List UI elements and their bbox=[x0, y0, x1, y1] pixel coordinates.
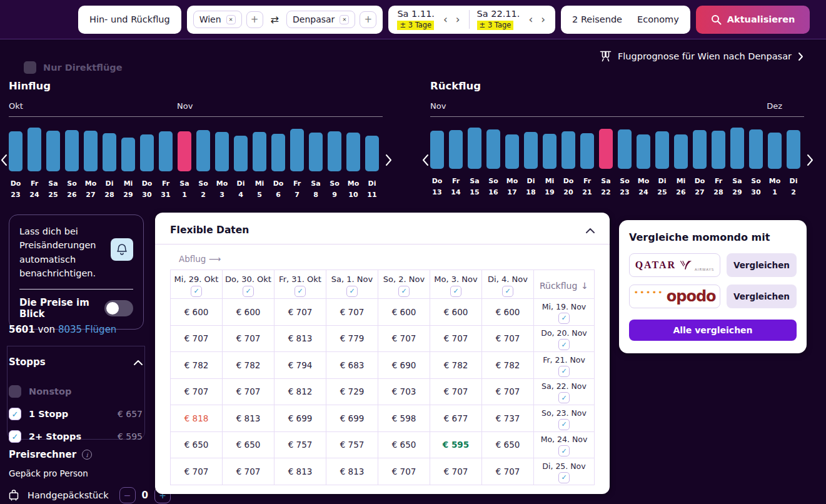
checkbox[interactable]: ✓ bbox=[346, 286, 358, 297]
checkbox[interactable]: ✓ bbox=[558, 313, 570, 324]
price-bar[interactable] bbox=[159, 131, 173, 171]
price-cell[interactable]: € 782 bbox=[170, 351, 222, 378]
bar-column-Mi-19[interactable]: Mi19 bbox=[543, 134, 557, 196]
checkbox[interactable]: ✓ bbox=[502, 286, 513, 297]
return-date-cell[interactable]: Mi, 19. Nov✓ bbox=[533, 298, 594, 325]
bar-column-Di-4[interactable]: Di4 bbox=[234, 136, 248, 199]
bar-column-Di-2[interactable]: Di2 bbox=[787, 130, 800, 196]
checkbox[interactable] bbox=[24, 61, 36, 74]
checkbox[interactable]: ✓ bbox=[191, 286, 202, 297]
price-cell[interactable]: € 600 bbox=[222, 298, 274, 325]
bar-column-Mi-26[interactable]: Mi26 bbox=[674, 134, 688, 196]
add-origin-button[interactable]: + bbox=[246, 11, 263, 28]
bar-column-Do-27[interactable]: Do27 bbox=[693, 130, 707, 196]
price-cell[interactable]: € 707 bbox=[430, 325, 481, 352]
price-bar[interactable] bbox=[486, 129, 500, 169]
return-prev-day-button[interactable]: ‹ bbox=[528, 13, 533, 26]
price-cell[interactable]: € 757 bbox=[326, 431, 378, 458]
price-bar[interactable] bbox=[103, 133, 116, 171]
price-bar[interactable] bbox=[730, 128, 744, 169]
price-bar[interactable] bbox=[234, 136, 248, 171]
bar-column-So-9[interactable]: So9 bbox=[328, 131, 341, 199]
price-cell[interactable]: € 707 bbox=[222, 378, 274, 405]
checkbox[interactable]: ✓ bbox=[9, 408, 21, 420]
direct-only-filter[interactable]: Nur Direktflüge bbox=[24, 61, 123, 74]
price-bar[interactable] bbox=[674, 134, 688, 169]
depart-date-block[interactable]: Sa 1.11. ± 3 Tage bbox=[397, 9, 435, 30]
price-cell[interactable]: € 707 bbox=[222, 325, 274, 352]
price-cell[interactable]: € 707 bbox=[378, 325, 430, 352]
bar-column-Do-20[interactable]: Do20 bbox=[562, 131, 575, 196]
price-watch-toggle[interactable] bbox=[104, 300, 133, 316]
price-bar[interactable] bbox=[196, 130, 210, 171]
price-bar[interactable] bbox=[637, 134, 650, 169]
price-bar[interactable] bbox=[468, 128, 481, 169]
bar-column-Mo-24[interactable]: Mo24 bbox=[637, 134, 650, 196]
return-date-cell[interactable]: Mo, 24. Nov✓ bbox=[533, 431, 594, 458]
price-cell[interactable]: € 707 bbox=[222, 458, 274, 485]
checkbox[interactable]: ✓ bbox=[450, 286, 461, 297]
price-bar[interactable] bbox=[46, 131, 60, 171]
return-date-cell[interactable]: Fr, 21. Nov✓ bbox=[533, 351, 594, 378]
price-cell[interactable]: € 812 bbox=[274, 378, 326, 405]
return-date-cell[interactable]: Do, 20. Nov✓ bbox=[533, 325, 594, 352]
price-cell[interactable]: € 813 bbox=[222, 405, 274, 431]
price-cell[interactable]: € 600 bbox=[378, 298, 430, 325]
price-cell[interactable]: € 813 bbox=[326, 458, 378, 485]
close-icon[interactable]: ✕ bbox=[226, 15, 236, 24]
stops-option-1-stopp[interactable]: ✓1 Stopp€ 657 bbox=[9, 405, 143, 423]
return-axis-header[interactable]: Rückflug↓ bbox=[533, 270, 594, 298]
price-bar[interactable] bbox=[430, 131, 444, 169]
price-cell[interactable]: € 707 bbox=[326, 298, 378, 325]
checkbox[interactable]: ✓ bbox=[558, 445, 570, 456]
bar-column-Sa-29[interactable]: Sa29 bbox=[730, 128, 744, 196]
price-bar[interactable] bbox=[365, 136, 379, 171]
return-next-day-button[interactable]: › bbox=[541, 13, 545, 26]
price-cell[interactable]: € 650 bbox=[170, 431, 222, 458]
checkbox[interactable]: ✓ bbox=[295, 286, 306, 297]
compare-all-button[interactable]: Alle vergleichen bbox=[629, 320, 797, 341]
checkbox[interactable] bbox=[9, 385, 21, 398]
price-cell[interactable]: € 707 bbox=[481, 325, 533, 352]
price-cell[interactable]: € 683 bbox=[326, 351, 378, 378]
price-cell[interactable]: € 699 bbox=[326, 405, 378, 431]
bar-column-Do-13[interactable]: Do13 bbox=[430, 131, 444, 196]
checkbox[interactable]: ✓ bbox=[558, 339, 570, 350]
price-bar[interactable] bbox=[290, 129, 304, 171]
opodo-logo[interactable]: ••••• opodo bbox=[629, 285, 720, 308]
price-bar[interactable] bbox=[9, 131, 23, 171]
checkbox[interactable]: ✓ bbox=[558, 392, 570, 403]
price-cell[interactable]: € 707 bbox=[170, 325, 222, 352]
price-cell[interactable]: € 677 bbox=[430, 405, 481, 431]
price-cell[interactable]: € 707 bbox=[430, 378, 481, 405]
checkbox[interactable]: ✓ bbox=[558, 419, 570, 430]
destination-chip[interactable]: Denpasar ✕ bbox=[286, 11, 355, 28]
compare-qatar-button[interactable]: Vergleichen bbox=[727, 253, 797, 277]
price-bar[interactable] bbox=[599, 129, 613, 169]
bar-column-Fr-21[interactable]: Fr21 bbox=[580, 133, 594, 196]
stops-option-2-stopps[interactable]: ✓2+ Stopps€ 595 bbox=[9, 428, 143, 445]
price-bar[interactable] bbox=[215, 132, 229, 171]
bar-column-Mi-5[interactable]: Mi5 bbox=[253, 132, 266, 199]
bar-column-Mo-3[interactable]: Mo3 bbox=[215, 132, 229, 199]
price-cell[interactable]: € 600 bbox=[430, 298, 481, 325]
trip-type-select[interactable]: Hin- und Rückflug bbox=[78, 6, 181, 34]
price-alert-bell-button[interactable] bbox=[111, 238, 133, 261]
bar-column-Di-25[interactable]: Di25 bbox=[655, 131, 669, 196]
price-bar[interactable] bbox=[562, 131, 575, 169]
price-cell[interactable]: € 737 bbox=[481, 405, 533, 431]
price-bar[interactable] bbox=[28, 128, 41, 171]
price-cell[interactable]: € 782 bbox=[481, 351, 533, 378]
price-cell[interactable]: € 707 bbox=[481, 378, 533, 405]
price-bar[interactable] bbox=[655, 131, 669, 169]
dates-field[interactable]: Sa 1.11. ± 3 Tage ‹ › Sa 22.11. ± 3 Tage… bbox=[388, 6, 555, 34]
bar-column-Di-28[interactable]: Di28 bbox=[103, 133, 116, 199]
price-cell[interactable]: € 818 bbox=[170, 405, 222, 431]
price-bar[interactable] bbox=[178, 131, 191, 171]
bar-column-Do-30[interactable]: Do30 bbox=[140, 134, 154, 199]
bar-column-Fr-7[interactable]: Fr7 bbox=[290, 129, 304, 199]
bar-column-Sa-25[interactable]: Sa25 bbox=[46, 131, 60, 199]
chart-prev-button[interactable] bbox=[422, 154, 429, 166]
bar-column-Mo-1[interactable]: Mo1 bbox=[768, 133, 782, 196]
return-date-cell[interactable]: Sa, 22. Nov✓ bbox=[533, 378, 594, 405]
